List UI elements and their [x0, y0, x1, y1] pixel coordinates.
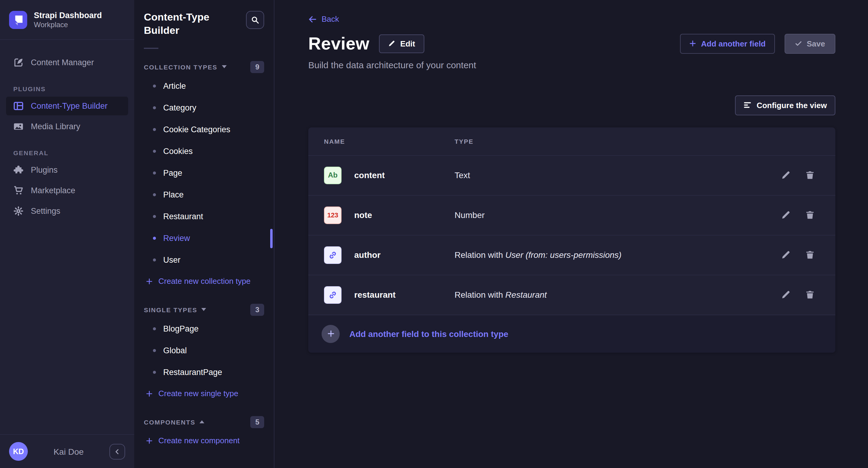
add-another-field-button[interactable]: Add another field [680, 34, 775, 54]
fields-table-card: NAME TYPE Ab content Text 123 [308, 127, 835, 353]
bullet-icon [153, 150, 156, 153]
edit-field-button[interactable] [781, 250, 790, 260]
edit-field-button[interactable] [781, 210, 790, 220]
table-row: 123 note Number [308, 195, 835, 235]
workspace-header[interactable]: Strapi Dashboard Workplace [0, 0, 134, 40]
delete-field-button[interactable] [805, 290, 815, 300]
filter-lines-icon [743, 101, 752, 109]
collection-types-count-badge: 9 [251, 61, 264, 73]
bullet-icon [153, 237, 156, 240]
pencil-icon [781, 290, 790, 300]
delete-field-button[interactable] [805, 170, 815, 180]
sidebar-item-media-library[interactable]: Media Library [6, 117, 128, 136]
field-type: Text [455, 170, 470, 180]
field-type: Relation with [455, 250, 505, 260]
sidebar-item-plugins[interactable]: Plugins [6, 161, 128, 179]
collection-type-place[interactable]: Place [144, 184, 264, 206]
panel-title-divider [144, 48, 158, 49]
single-type-global[interactable]: Global [144, 340, 264, 362]
field-name: author [354, 250, 380, 260]
field-type: Number [455, 210, 485, 220]
collection-type-user[interactable]: User [144, 249, 264, 271]
sidebar-item-label: Plugins [31, 165, 58, 174]
toolbar-row: Configure the view [308, 95, 835, 115]
collection-type-category[interactable]: Category [144, 97, 264, 119]
item-label: BlogPage [163, 325, 198, 334]
field-name: note [354, 210, 372, 220]
field-type-target: User (from: users-permissions) [505, 250, 621, 260]
collection-type-page[interactable]: Page [144, 162, 264, 184]
components-header[interactable]: COMPONENTS 5 [144, 414, 264, 431]
item-label: Cookie Categories [163, 125, 230, 134]
sidebar-item-label: Content Manager [31, 58, 94, 67]
section-label: SINGLE TYPES [144, 306, 197, 313]
sidebar-item-content-manager[interactable]: Content Manager [6, 53, 128, 72]
row-actions [752, 170, 823, 180]
strapi-logo-icon [9, 10, 27, 29]
single-type-blogpage[interactable]: BlogPage [144, 318, 264, 340]
sidebar-item-marketplace[interactable]: Marketplace [6, 181, 128, 200]
collection-type-cookies[interactable]: Cookies [144, 141, 264, 162]
workspace-name: Workplace [34, 20, 102, 29]
feather-pen-icon [13, 57, 24, 68]
item-label: Cookies [163, 147, 193, 156]
create-new-single-type-link[interactable]: Create new single type [144, 383, 264, 404]
field-type-cell: Relation with User (from: users-permissi… [455, 250, 752, 260]
collection-type-cookie-categories[interactable]: Cookie Categories [144, 119, 264, 141]
bullet-icon [153, 349, 156, 353]
field-type: Relation with [455, 290, 505, 300]
add-field-footer-button[interactable]: Add another field to this collection typ… [308, 314, 835, 353]
collection-type-review[interactable]: Review [144, 228, 264, 249]
bullet-icon [153, 194, 156, 197]
field-type-cell: Number [455, 210, 752, 220]
configure-the-view-button[interactable]: Configure the view [735, 95, 835, 115]
collection-type-article[interactable]: Article [144, 75, 264, 97]
delete-field-button[interactable] [805, 250, 815, 260]
single-types-header[interactable]: SINGLE TYPES 3 [144, 301, 264, 318]
chevron-down-icon [221, 66, 226, 69]
trash-icon [805, 170, 815, 180]
create-new-component-link[interactable]: Create new component [144, 431, 264, 451]
sidebar-item-settings[interactable]: Settings [6, 202, 128, 221]
item-label: User [163, 256, 180, 265]
main-content: Back Review Edit Add another field [274, 0, 868, 468]
pencil-icon [388, 40, 395, 47]
delete-field-button[interactable] [805, 210, 815, 220]
field-name: restaurant [354, 290, 396, 300]
bullet-icon [153, 128, 156, 131]
link-label: Create new component [158, 436, 240, 445]
workspace-titles: Strapi Dashboard Workplace [34, 10, 102, 29]
edit-field-button[interactable] [781, 170, 790, 180]
field-name-cell: restaurant [324, 286, 455, 303]
item-label: Page [163, 169, 182, 178]
field-name-cell: author [324, 246, 455, 264]
edit-label: Edit [400, 39, 415, 48]
pencil-icon [781, 170, 790, 180]
save-button[interactable]: Save [784, 34, 835, 54]
item-label: Review [163, 234, 190, 243]
back-link[interactable]: Back [308, 14, 339, 24]
bullet-icon [153, 172, 156, 175]
field-type-cell: Text [455, 170, 752, 180]
edit-field-button[interactable] [781, 290, 790, 300]
relation-field-icon [324, 246, 342, 264]
plus-icon [146, 390, 153, 397]
sidebar-nav: Content Manager PLUGINS Content-Type Bui… [0, 40, 134, 434]
configure-label: Configure the view [756, 101, 827, 110]
add-field-footer-label: Add another field to this collection typ… [349, 329, 508, 338]
search-button[interactable] [246, 11, 264, 29]
field-name-cell: Ab content [324, 166, 455, 184]
collection-type-restaurant[interactable]: Restaurant [144, 206, 264, 228]
plus-icon [146, 437, 153, 444]
collapse-sidebar-button[interactable] [110, 443, 125, 459]
create-new-collection-type-link[interactable]: Create new collection type [144, 271, 264, 292]
sidebar-item-content-type-builder[interactable]: Content-Type Builder [6, 97, 128, 115]
single-type-restaurantpage[interactable]: RestaurantPage [144, 362, 264, 383]
sidebar-footer: KD Kai Doe [0, 434, 134, 468]
edit-button[interactable]: Edit [379, 34, 424, 53]
user-avatar[interactable]: KD [9, 442, 28, 461]
page-title: Review [308, 34, 369, 54]
viewport: Strapi Dashboard Workplace Content Manag… [0, 0, 868, 468]
item-label: Category [163, 104, 196, 112]
collection-types-header[interactable]: COLLECTION TYPES 9 [144, 59, 264, 75]
